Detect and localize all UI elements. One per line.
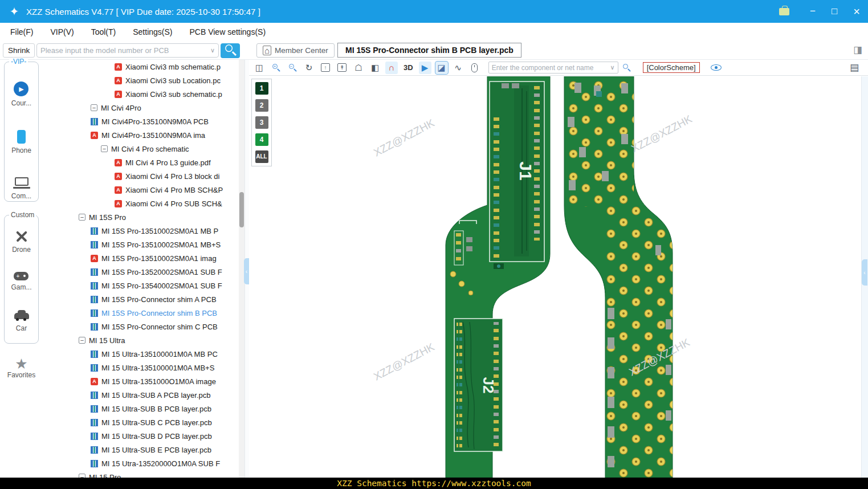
search-button[interactable] bbox=[221, 43, 240, 58]
shrink-button[interactable]: Shrink bbox=[3, 43, 35, 58]
sidebar-item-favorites[interactable]: Favorites bbox=[0, 356, 43, 379]
tree-item[interactable]: MI 15 Ultra-SUB B PCB layer.pcb bbox=[43, 402, 239, 415]
car-icon bbox=[14, 313, 29, 319]
tree-item[interactable]: MI 15S Pro-13520002SM0A1 SUB F bbox=[43, 265, 239, 279]
maximize-button[interactable]: □ bbox=[832, 0, 837, 23]
spray-paint-icon[interactable]: ☖ bbox=[352, 62, 365, 74]
pcb-file-icon bbox=[91, 405, 98, 413]
tree-item[interactable]: AMI Civi 4 Pro L3 guide.pdf bbox=[43, 156, 239, 169]
rotate-icon[interactable]: ↻ bbox=[303, 62, 315, 74]
collapse-icon[interactable]: − bbox=[79, 337, 85, 344]
layer-button-3[interactable]: 3 bbox=[255, 116, 268, 129]
layer-list-icon[interactable]: ▤ bbox=[850, 62, 859, 74]
tree-item[interactable]: MI 15S Pro-Connector shim C PCB bbox=[43, 320, 239, 333]
pcb-drawing[interactable]: J1 bbox=[249, 76, 868, 478]
member-center-button[interactable]: ⌂ Member Center bbox=[256, 43, 335, 58]
collapse-icon[interactable]: − bbox=[79, 474, 85, 478]
layer-button-1[interactable]: 1 bbox=[255, 82, 268, 95]
sidebar-item-drone[interactable]: Drone bbox=[12, 230, 31, 254]
collapse-icon[interactable]: − bbox=[91, 104, 97, 111]
tree-item[interactable]: −MI 15S Pro bbox=[43, 210, 239, 224]
tree-item[interactable]: AXiaomi Civi 4 Pro MB SCH&P bbox=[43, 183, 239, 197]
collapse-right-handle[interactable]: ‹ bbox=[862, 259, 867, 286]
layer-button-2[interactable]: 2 bbox=[255, 99, 268, 112]
sidebar-item-games[interactable]: Gam... bbox=[11, 272, 31, 291]
tree-item[interactable]: MI 15 Ultra-SUB A PCB layer.pcb bbox=[43, 388, 239, 402]
menu-vip-v[interactable]: VIP(V) bbox=[50, 27, 74, 36]
zoom-out-icon[interactable]: − bbox=[286, 62, 299, 74]
export-board-icon[interactable]: ↑ bbox=[319, 62, 332, 74]
collapse-icon[interactable]: − bbox=[79, 214, 85, 221]
split-view-icon[interactable]: ◫ bbox=[253, 62, 266, 74]
component-search-input[interactable] bbox=[492, 64, 610, 72]
tree-item[interactable]: AXiaomi Civi 4 Pro SUB SCH& bbox=[43, 197, 239, 210]
menu-tool-t[interactable]: Tool(T) bbox=[91, 27, 116, 36]
sidebar-item-computer[interactable]: Com... bbox=[11, 177, 31, 200]
layer-button-4[interactable]: 4 bbox=[255, 133, 268, 146]
home-icon: ⌂ bbox=[263, 46, 271, 55]
component-search-box[interactable]: ∨ bbox=[488, 62, 618, 74]
model-search-input[interactable] bbox=[40, 46, 210, 55]
tree-item[interactable]: AXiaomi Civi3 sub schematic.p bbox=[43, 87, 239, 101]
tree-item[interactable]: AMI 15 Ultra-1351000O1M0A image bbox=[43, 374, 239, 388]
tree-item[interactable]: MI Civi4Pro-135100N9M0A PCB bbox=[43, 115, 239, 128]
3d-view-button[interactable]: 3D bbox=[402, 62, 415, 74]
tree-item[interactable]: AMI 15S Pro-13510002SM0A1 imag bbox=[43, 251, 239, 265]
tree-item[interactable]: MI 15S Pro-13540002SM0A1 SUB F bbox=[43, 279, 239, 292]
menu-file-f[interactable]: File(F) bbox=[10, 27, 33, 36]
sidebar-item-car[interactable]: Car bbox=[14, 309, 29, 332]
sidebar-item-courses[interactable]: Cour... bbox=[11, 82, 31, 107]
colorscheme-button[interactable]: [ColorScheme] bbox=[643, 62, 700, 73]
export-view-icon[interactable]: ↟ bbox=[336, 62, 348, 74]
tree-item[interactable]: MI 15 Ultra-SUB C PCB layer.pcb bbox=[43, 415, 239, 429]
tree-item[interactable]: MI 15 Ultra-135100001M0A MB+S bbox=[43, 361, 239, 374]
sidebar-item-phone[interactable]: Phone bbox=[11, 130, 31, 154]
tree-item[interactable]: MI 15S Pro-13510002SM0A1 MB P bbox=[43, 224, 239, 238]
close-button[interactable]: × bbox=[853, 0, 860, 23]
tree-item[interactable]: AXiaomi Civi 4 Pro L3 block di bbox=[43, 169, 239, 183]
model-search-box[interactable]: ∨ bbox=[36, 43, 219, 58]
j1-connector[interactable]: J1 bbox=[490, 82, 544, 262]
collapse-right-panel-icon[interactable]: ◨ bbox=[853, 45, 862, 55]
cursor-mode-icon[interactable] bbox=[468, 62, 481, 74]
tree-item[interactable]: AXiaomi Civi3 mb schematic.p bbox=[43, 60, 239, 74]
minimize-button[interactable]: − bbox=[810, 0, 816, 23]
menu-settings-s[interactable]: Settings(S) bbox=[133, 27, 172, 36]
chevron-down-icon[interactable]: ∨ bbox=[610, 64, 615, 71]
tree-item[interactable]: MI 15S Pro-Connector shim B PCB bbox=[43, 306, 239, 320]
measure-curve-icon[interactable]: ∿ bbox=[452, 62, 464, 74]
visibility-eye-icon[interactable] bbox=[711, 64, 722, 71]
diode-mode-icon[interactable]: ∩ bbox=[385, 62, 398, 74]
tree-item[interactable]: MI 15 Ultra-SUB E PCB layer.pcb bbox=[43, 443, 239, 457]
tree-item[interactable]: MI 15 Utra-13520000O1M0A SUB F bbox=[43, 457, 239, 470]
flip-board-icon[interactable]: ◧ bbox=[369, 62, 381, 74]
tree-item-label: MI 15 Pro bbox=[89, 473, 121, 478]
tree-item[interactable]: MI 15S Pro-13510002SM0A1 MB+S bbox=[43, 238, 239, 251]
pcb-canvas-area[interactable]: 1234ALL bbox=[249, 76, 868, 478]
zoom-in-icon[interactable]: + bbox=[270, 62, 282, 74]
collapse-tree-handle[interactable]: ‹ bbox=[244, 258, 249, 284]
menu-pcb-view-settings-s[interactable]: PCB View settings(S) bbox=[189, 27, 266, 36]
tree-item-label: MI Civi 4Pro bbox=[101, 104, 141, 112]
tree-item[interactable]: −MI 15 Ultra bbox=[43, 333, 239, 347]
capture-image-icon[interactable]: ◪ bbox=[435, 62, 448, 74]
left-board[interactable]: J1 bbox=[446, 76, 550, 478]
tree-item[interactable]: AMI Civi4Pro-135100N9M0A ima bbox=[43, 128, 239, 142]
tree-item[interactable]: −MI 15 Pro bbox=[43, 470, 239, 478]
j2-connector[interactable]: J2 bbox=[454, 319, 503, 451]
document-tab[interactable]: MI 15S Pro-Connector shim B PCB layer.pc… bbox=[337, 43, 521, 58]
tree-item[interactable]: MI 15 Ultra-135100001M0A MB PC bbox=[43, 347, 239, 361]
tree-item[interactable]: MI 15 Ultra-SUB D PCB layer.pcb bbox=[43, 429, 239, 443]
pcb-file-icon bbox=[91, 282, 98, 290]
tree-item[interactable]: AXiaomi Civi3 sub Location.pc bbox=[43, 74, 239, 87]
collapse-icon[interactable]: − bbox=[101, 145, 108, 152]
tree-scrollbar-thumb[interactable] bbox=[239, 192, 244, 227]
tree-item[interactable]: MI 15S Pro-Connector shim A PCB bbox=[43, 292, 239, 306]
next-board-icon[interactable]: ▶ bbox=[419, 62, 431, 74]
briefcase-icon[interactable] bbox=[779, 8, 789, 15]
layer-button-all[interactable]: ALL bbox=[255, 150, 268, 163]
tree-item[interactable]: −MI Civi 4 Pro schematic bbox=[43, 142, 239, 156]
tree-item[interactable]: −MI Civi 4Pro bbox=[43, 101, 239, 115]
chevron-down-icon[interactable]: ∨ bbox=[210, 47, 215, 54]
net-search-icon[interactable] bbox=[622, 63, 631, 72]
